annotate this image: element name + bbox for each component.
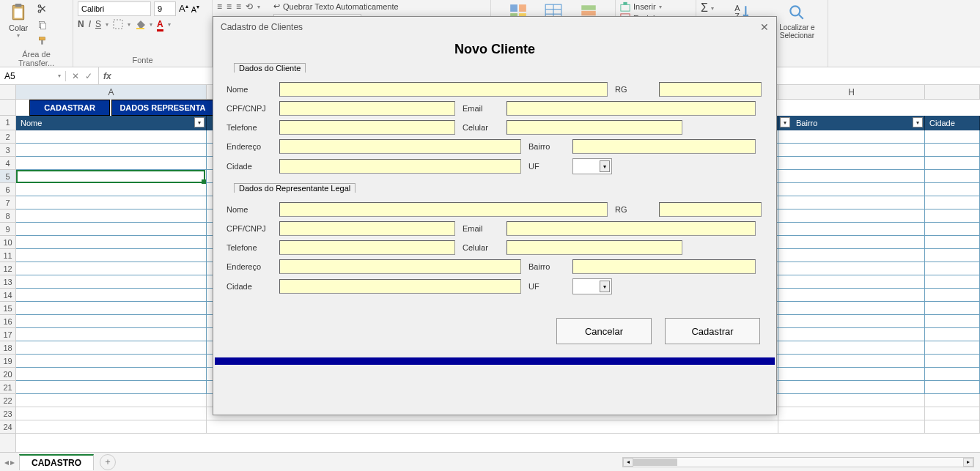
input-celular[interactable] [506,120,682,135]
underline-button[interactable]: S [95,19,101,29]
input-rg-rep[interactable] [659,202,762,217]
cell[interactable] [778,381,925,394]
cell[interactable] [778,144,925,157]
input-telefone-rep[interactable] [279,240,455,255]
table-header-cidade[interactable]: Cidade [925,116,980,130]
cell[interactable] [925,275,980,289]
paste-button[interactable]: Colar ▾ [4,1,32,40]
cell[interactable] [925,328,980,341]
input-nome[interactable] [279,82,608,97]
row-header-2[interactable]: 2 [0,130,15,144]
fx-button[interactable]: fx [99,71,116,81]
cell[interactable] [778,209,925,223]
align-middle-button[interactable]: ≡ [226,1,232,12]
column-header-H[interactable]: H [778,85,925,99]
cell[interactable] [16,302,207,315]
cell[interactable] [16,289,207,302]
filter-button[interactable]: ▾ [780,117,790,127]
row-header-14[interactable]: 14 [0,289,15,302]
input-endereco[interactable] [279,139,521,154]
cell[interactable] [925,183,980,196]
row-header-18[interactable]: 18 [0,341,15,355]
format-painter-button[interactable] [35,34,50,48]
cell[interactable] [16,381,207,394]
row-header-12[interactable]: 12 [0,262,15,275]
column-header-A[interactable]: A [16,85,207,99]
cell[interactable] [16,196,207,209]
row-header-21[interactable]: 21 [0,381,15,394]
cell[interactable] [925,157,980,170]
grow-font-button[interactable]: A▴ [179,3,188,14]
cell[interactable] [16,157,207,170]
horizontal-scrollbar[interactable]: ◂ ▸ [116,457,980,467]
cell[interactable] [925,355,980,368]
cell[interactable] [778,183,925,196]
cell[interactable] [778,407,925,420]
cell[interactable] [778,130,925,144]
cell[interactable] [925,289,980,302]
row-header-20[interactable]: 20 [0,368,15,381]
cell[interactable] [925,407,980,420]
chevron-down-icon[interactable]: ▾ [150,21,152,28]
row-header-23[interactable]: 23 [0,407,15,420]
cell[interactable] [925,196,980,209]
cell[interactable] [925,341,980,355]
sheet-tab-cadastro[interactable]: CADASTRO [19,454,94,470]
table-header-bairro[interactable]: ▾Bairro▾ [778,116,925,130]
cell[interactable] [16,275,207,289]
row-header-16[interactable]: 16 [0,315,15,328]
column-header-I[interactable] [925,85,980,99]
row-header-3[interactable]: 3 [0,144,15,157]
shrink-font-button[interactable]: A▾ [191,4,199,14]
row-header-11[interactable]: 11 [0,249,15,262]
cell[interactable] [778,328,925,341]
cell[interactable] [778,394,925,407]
input-nome-rep[interactable] [279,202,608,217]
autosum-button[interactable]: Σ▾ [701,1,714,15]
cell[interactable] [925,170,980,183]
name-box[interactable]: A5▾ [0,71,66,81]
sheet-nav-first[interactable]: ◂ [4,457,9,467]
cell[interactable] [925,223,980,236]
scroll-left-button[interactable]: ◂ [623,458,633,467]
cell[interactable] [207,420,778,434]
cell[interactable] [925,249,980,262]
cell[interactable] [778,420,925,434]
cell[interactable] [778,368,925,381]
cell[interactable] [778,355,925,368]
row-header-blank[interactable] [0,100,15,116]
font-color-button[interactable]: A [157,19,163,29]
cell[interactable] [778,170,925,183]
cell[interactable] [925,315,980,328]
scroll-thumb[interactable] [633,459,677,466]
cell[interactable] [925,130,980,144]
close-button[interactable]: ✕ [760,21,769,33]
cell[interactable] [16,315,207,328]
row-header-4[interactable]: 4 [0,157,15,170]
row-header-17[interactable]: 17 [0,328,15,341]
cell[interactable] [16,183,207,196]
cell[interactable] [925,368,980,381]
input-bairro-rep[interactable] [572,259,756,274]
italic-button[interactable]: I [89,19,91,29]
chevron-down-icon[interactable]: ▾ [168,21,171,28]
input-cidade[interactable] [279,159,521,174]
chevron-down-icon[interactable]: ▾ [128,21,130,28]
row-header-5[interactable]: 5 [0,170,15,183]
input-celular-rep[interactable] [506,240,682,255]
cell[interactable] [925,394,980,407]
cell[interactable] [16,355,207,368]
combo-uf-rep[interactable]: ▾ [572,278,612,294]
input-cidade-rep[interactable] [279,279,521,294]
input-endereco-rep[interactable] [279,259,521,274]
filter-button[interactable]: ▾ [913,117,923,127]
filter-button[interactable]: ▾ [194,117,205,127]
cell[interactable] [16,420,207,434]
cell[interactable] [16,328,207,341]
submit-button[interactable]: Cadastrar [665,318,760,344]
row-header-7[interactable]: 7 [0,196,15,209]
cell[interactable] [925,144,980,157]
input-rg[interactable] [659,82,762,97]
align-top-button[interactable]: ≡ [217,1,222,12]
select-all-corner[interactable] [0,85,16,99]
